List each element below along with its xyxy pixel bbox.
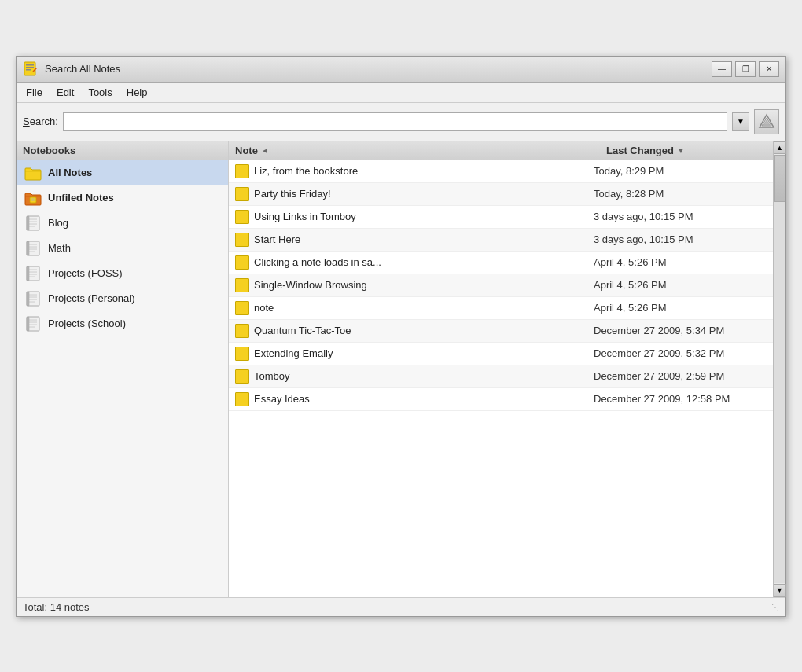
note-icon: [235, 324, 249, 338]
sidebar-item-projects-foss[interactable]: Projects (FOSS): [17, 261, 228, 286]
note-title: Essay Ideas: [254, 393, 310, 405]
notes-panel: Note ◄ Last Changed ▼ Liz, from the book…: [229, 141, 773, 597]
title-buttons: — ❐ ✕: [712, 61, 779, 77]
note-date: April 4, 5:26 PM: [594, 256, 767, 268]
menu-file[interactable]: File: [20, 84, 49, 101]
note-row[interactable]: note April 4, 5:26 PM: [229, 297, 773, 320]
main-area: Notebooks All Notes Unf: [17, 141, 785, 597]
svg-rect-29: [27, 266, 29, 281]
orange-folder-icon: [24, 190, 42, 206]
col-date-sort-arrow: ▼: [677, 146, 685, 155]
menu-help[interactable]: Help: [120, 84, 154, 101]
search-bar: Search: ▼: [17, 103, 785, 141]
note-icon: [235, 347, 249, 361]
sidebar-item-projects-school[interactable]: Projects (School): [17, 311, 228, 336]
app-icon: [23, 61, 39, 77]
note-date: April 4, 5:26 PM: [594, 302, 767, 314]
col-note-sort-arrow: ◄: [261, 146, 269, 155]
note-title: Single-Window Browsing: [254, 279, 367, 291]
notebook-icon-personal: [24, 291, 42, 307]
note-title-cell: Single-Window Browsing: [235, 278, 594, 292]
menu-edit[interactable]: Edit: [50, 84, 80, 101]
note-title: Start Here: [254, 233, 300, 245]
yellow-folder-icon: [24, 165, 42, 181]
note-row[interactable]: Extending Emaily December 27 2009, 5:32 …: [229, 343, 773, 365]
col-note-header[interactable]: Note ◄: [229, 141, 600, 160]
note-date: December 27 2009, 5:32 PM: [594, 347, 767, 359]
note-icon: [235, 233, 249, 247]
status-bar: Total: 14 notes ⋱: [17, 597, 785, 616]
note-row[interactable]: Single-Window Browsing April 4, 5:26 PM: [229, 274, 773, 297]
col-date-label: Last Changed: [606, 145, 674, 156]
sidebar-item-math[interactable]: Math: [17, 236, 228, 261]
sidebar: Notebooks All Notes Unf: [17, 141, 229, 597]
scroll-thumb[interactable]: [774, 155, 785, 202]
scrollbar: ▲ ▼: [773, 141, 785, 597]
note-row[interactable]: Liz, from the bookstore Today, 8:29 PM: [229, 160, 773, 183]
note-row[interactable]: Quantum Tic-Tac-Toe December 27 2009, 5:…: [229, 320, 773, 343]
sidebar-label-projects-school: Projects (School): [48, 318, 126, 329]
note-date: December 27 2009, 5:34 PM: [594, 325, 767, 336]
note-row[interactable]: Party this Friday! Today, 8:28 PM: [229, 183, 773, 206]
sidebar-label-blog: Blog: [48, 217, 68, 229]
menu-tools[interactable]: Tools: [82, 84, 118, 101]
sidebar-label-all-notes: All Notes: [48, 167, 92, 178]
note-title: Extending Emaily: [254, 347, 333, 359]
note-row[interactable]: Tomboy December 27 2009, 2:59 PM: [229, 365, 773, 388]
note-icon: [235, 301, 249, 315]
note-icon: [235, 369, 249, 384]
svg-rect-23: [27, 241, 29, 255]
restore-button[interactable]: ❐: [735, 61, 756, 77]
note-title: note: [254, 302, 274, 314]
note-icon: [235, 187, 249, 201]
svg-rect-2: [26, 67, 34, 68]
note-row[interactable]: Essay Ideas December 27 2009, 12:58 PM: [229, 388, 773, 411]
svg-rect-41: [27, 317, 29, 331]
note-title: Liz, from the bookstore: [254, 165, 358, 177]
sidebar-item-all-notes[interactable]: All Notes: [17, 160, 228, 185]
scroll-up-button[interactable]: ▲: [774, 141, 786, 154]
note-row[interactable]: Start Here 3 days ago, 10:15 PM: [229, 229, 773, 252]
title-bar: Search All Notes — ❐ ✕: [17, 57, 785, 83]
search-icon-button[interactable]: [754, 109, 779, 134]
notes-header: Note ◄ Last Changed ▼: [229, 141, 773, 160]
sidebar-item-unfiled-notes[interactable]: Unfiled Notes: [17, 185, 228, 211]
notebook-icon-school: [24, 316, 42, 332]
notebook-icon-foss: [24, 266, 42, 281]
sidebar-item-projects-personal[interactable]: Projects (Personal): [17, 286, 228, 311]
scroll-track[interactable]: [774, 155, 785, 583]
notes-list: Liz, from the bookstore Today, 8:29 PM P…: [229, 160, 773, 597]
minimize-button[interactable]: —: [712, 61, 732, 77]
search-dropdown-button[interactable]: ▼: [732, 112, 749, 131]
note-title-cell: Quantum Tic-Tac-Toe: [235, 324, 594, 338]
col-date-header[interactable]: Last Changed ▼: [600, 141, 773, 160]
sidebar-label-projects-foss: Projects (FOSS): [48, 267, 123, 279]
sidebar-item-blog[interactable]: Blog: [17, 211, 228, 236]
note-icon: [235, 278, 249, 292]
note-date: December 27 2009, 2:59 PM: [594, 370, 767, 382]
note-title: Tomboy: [254, 370, 290, 382]
sidebar-label-projects-personal: Projects (Personal): [48, 292, 135, 304]
note-title: Quantum Tic-Tac-Toe: [254, 325, 351, 336]
title-bar-left: Search All Notes: [23, 61, 120, 77]
search-input[interactable]: [63, 112, 727, 131]
resize-grip[interactable]: ⋱: [771, 603, 779, 611]
close-button[interactable]: ✕: [759, 61, 779, 77]
note-date: April 4, 5:26 PM: [594, 279, 767, 291]
note-row[interactable]: Using Links in Tomboy 3 days ago, 10:15 …: [229, 206, 773, 229]
filter-icon: [758, 113, 775, 130]
note-title-cell: Liz, from the bookstore: [235, 164, 594, 178]
scroll-down-button[interactable]: ▼: [774, 584, 786, 597]
search-label: Search:: [23, 116, 58, 127]
note-title-cell: Party this Friday!: [235, 187, 594, 201]
svg-rect-3: [26, 69, 31, 71]
note-title: Using Links in Tomboy: [254, 211, 356, 222]
sidebar-label-math: Math: [48, 242, 71, 254]
sidebar-label-unfiled-notes: Unfiled Notes: [48, 192, 114, 204]
col-note-label: Note: [235, 145, 258, 156]
main-window: Search All Notes — ❐ ✕ File Edit Tools H…: [16, 56, 786, 617]
note-row[interactable]: Clicking a note loads in sa... April 4, …: [229, 252, 773, 274]
note-icon: [235, 210, 249, 224]
svg-rect-1: [26, 64, 34, 66]
note-title-cell: Clicking a note loads in sa...: [235, 255, 594, 270]
